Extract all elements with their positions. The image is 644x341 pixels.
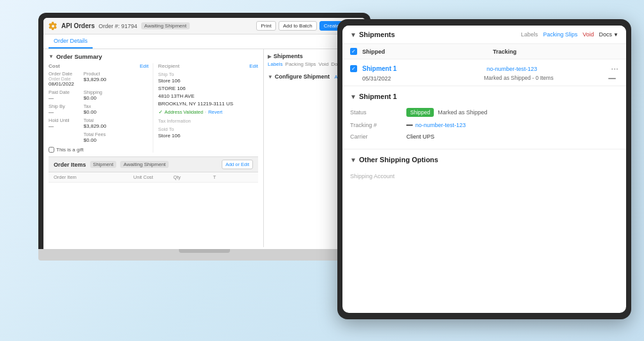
status-field-row: Status Shipped Marked as Shipped bbox=[350, 105, 618, 119]
gift-checkbox[interactable]: This is a gift bbox=[49, 147, 149, 153]
edit-bar-icon bbox=[608, 78, 616, 79]
carrier-label: Carrier bbox=[350, 133, 401, 140]
void-link[interactable]: Void bbox=[319, 61, 329, 67]
laptop: API Orders Order #: 91794 Awaiting Shipm… bbox=[38, 13, 371, 287]
hold-until-field: Hold Until — bbox=[49, 117, 79, 129]
recipient-label: Recipient bbox=[158, 63, 180, 69]
tablet-labels-link[interactable]: Labels bbox=[521, 31, 538, 38]
shipment1-section-header: ▼ Shipment 1 bbox=[350, 93, 618, 100]
shipments-toggle[interactable]: ▼ Shipments bbox=[350, 31, 521, 38]
recipient-address: Store 106 STORE 106 4810 13TH AVE BROOKL… bbox=[158, 77, 259, 108]
laptop-screen-outer: API Orders Order #: 91794 Awaiting Shipm… bbox=[38, 13, 371, 249]
docs-chevron-icon: ▼ bbox=[613, 32, 618, 38]
gift-check[interactable] bbox=[49, 147, 54, 153]
laptop-header: API Orders Order #: 91794 Awaiting Shipm… bbox=[43, 18, 365, 34]
col-t: T bbox=[213, 174, 253, 180]
more-options-button[interactable]: ··· bbox=[611, 63, 618, 73]
select-all-checkbox[interactable]: ✓ bbox=[350, 48, 357, 55]
status-label: Status bbox=[350, 109, 401, 116]
tab-order-details[interactable]: Order Details bbox=[49, 34, 93, 49]
sold-to-label: Sold To bbox=[158, 126, 174, 132]
print-button[interactable]: Print bbox=[256, 21, 275, 31]
awaiting-badge: Awaiting Shipment bbox=[141, 22, 190, 29]
paid-date-field: Paid Date — bbox=[49, 89, 79, 101]
order-items-title: Order Items bbox=[54, 162, 86, 168]
shipment1-section-title: Shipment 1 bbox=[359, 93, 397, 100]
shipment-name[interactable]: Shipment 1 bbox=[362, 65, 397, 72]
recipient-edit-link[interactable]: Edit bbox=[249, 63, 258, 69]
shipping-account-label: Shipping Account bbox=[350, 173, 395, 179]
tablet-screen: ▼ Shipments Labels Packing Slips Void Do… bbox=[342, 26, 626, 313]
tablet-shipments-title: Shipments bbox=[359, 31, 395, 38]
order-grid: Order Date Order Date 08/01/2022 Product… bbox=[49, 71, 149, 143]
tablet-docs-dropdown[interactable]: Docs ▼ bbox=[599, 31, 618, 38]
sold-to-value: Store 106 bbox=[158, 132, 259, 139]
carrier-field-row: Carrier Client UPS bbox=[350, 131, 618, 142]
add-to-batch-button[interactable]: Add to Batch bbox=[279, 21, 317, 31]
marked-as-shipped-text: Marked as Shipped bbox=[438, 109, 487, 116]
address-validated: ✓ Address Validated · Revert bbox=[158, 109, 259, 115]
order-items-header: Order Items Shipment Awaiting Shipment A… bbox=[49, 156, 258, 172]
shipment-date: 05/31/2022 bbox=[362, 75, 391, 82]
configure-chevron-icon: ▼ bbox=[268, 74, 273, 80]
tracking-dash-icon bbox=[406, 125, 413, 126]
tablet-chevron-icon: ▼ bbox=[350, 31, 356, 38]
recipient-section: Recipient Edit Ship To Store 106 STORE 1… bbox=[153, 63, 259, 153]
tablet: ▼ Shipments Labels Packing Slips Void Do… bbox=[337, 19, 631, 319]
shipped-badge: Shipped bbox=[406, 108, 434, 117]
table-header-row: Order Item Unit Cost Qty T bbox=[49, 172, 258, 183]
chevron-down-icon: ▼ bbox=[49, 54, 54, 59]
shipment-name-col: Shipment 1 bbox=[362, 65, 482, 72]
col-order-item: Order Item bbox=[54, 174, 134, 180]
laptop-screen: API Orders Order #: 91794 Awaiting Shipm… bbox=[43, 18, 365, 249]
cost-header: Cost bbox=[49, 63, 60, 69]
tablet-packing-slips-link[interactable]: Packing Slips bbox=[543, 31, 578, 38]
status-value-group: Shipped Marked as Shipped bbox=[406, 108, 487, 117]
shipment-checkbox-check-icon: ✓ bbox=[351, 66, 356, 72]
labels-link[interactable]: Labels bbox=[268, 61, 283, 67]
tablet-header-links: Labels Packing Slips Void Docs ▼ bbox=[521, 31, 618, 38]
app-title: API Orders bbox=[61, 22, 95, 29]
ship-to-label: Ship To bbox=[158, 72, 174, 77]
other-shipping-title: Other Shipping Options bbox=[359, 156, 438, 163]
product-field: Product $3,829.00 bbox=[84, 71, 114, 87]
right-chevron-icon: ▶ bbox=[268, 54, 272, 59]
edit-icon-col bbox=[606, 75, 618, 82]
order-summary-title: Order Summary bbox=[56, 53, 102, 60]
laptop-main: ▼ Order Summary Cost Edit Order Date bbox=[43, 49, 263, 247]
tracking-number[interactable]: no-number-test-123 bbox=[487, 66, 537, 72]
tablet-void-link[interactable]: Void bbox=[583, 31, 594, 38]
shipping-account-field: Shipping Account bbox=[350, 169, 618, 183]
right-shipments-title: Shipments bbox=[273, 53, 303, 59]
shipment1-chevron-icon: ▼ bbox=[350, 93, 356, 100]
tablet-table-header: ✓ Shipped Tracking bbox=[342, 44, 626, 59]
ship-by-field: Ship By — bbox=[49, 103, 79, 115]
shipment1-details-section: ▼ Shipment 1 Status Shipped Marked as Sh… bbox=[342, 86, 626, 149]
checkbox-check-icon: ✓ bbox=[351, 49, 356, 54]
cost-edit-link[interactable]: Edit bbox=[140, 63, 149, 69]
shipment-row: ✓ Shipment 1 no-number-test-123 ··· 05/3… bbox=[342, 59, 626, 86]
tracking-value[interactable]: no-number-test-123 bbox=[415, 122, 466, 128]
order-number: Order #: 91794 bbox=[98, 23, 137, 29]
order-date-field: Order Date Order Date 08/01/2022 bbox=[49, 71, 79, 87]
shipment-badge: Shipment bbox=[90, 161, 117, 168]
col-qty: Qty bbox=[173, 174, 213, 180]
gear-icon bbox=[49, 22, 57, 31]
tracking-col: no-number-test-123 bbox=[487, 65, 606, 72]
revert-link[interactable]: Revert bbox=[208, 109, 222, 115]
tracking-note: Marked as Shipped - 0 Items bbox=[484, 75, 601, 81]
laptop-body: ▼ Order Summary Cost Edit Order Date bbox=[43, 49, 365, 247]
col-tracking-header: Tracking bbox=[493, 49, 619, 55]
tablet-shipments-header: ▼ Shipments Labels Packing Slips Void Do… bbox=[342, 26, 626, 44]
add-edit-button[interactable]: Add or Edit bbox=[222, 160, 253, 169]
tracking-field-row: Tracking # no-number-test-123 bbox=[350, 119, 618, 131]
tablet-outer: ▼ Shipments Labels Packing Slips Void Do… bbox=[337, 19, 631, 319]
shipment-checkbox[interactable]: ✓ bbox=[350, 65, 357, 72]
total-fees-field: Total Fees $0.00 bbox=[84, 132, 114, 143]
configure-shipment-title: Configure Shipment bbox=[275, 73, 330, 80]
awaiting-shipment-badge: Awaiting Shipment bbox=[120, 161, 169, 168]
col-shipped-header: Shipped bbox=[362, 49, 488, 55]
shipment-details-row: 05/31/2022 Marked as Shipped - 0 Items bbox=[350, 75, 618, 82]
packing-slips-link[interactable]: Packing Slips bbox=[286, 61, 316, 67]
tracking-label: Tracking # bbox=[350, 122, 401, 128]
